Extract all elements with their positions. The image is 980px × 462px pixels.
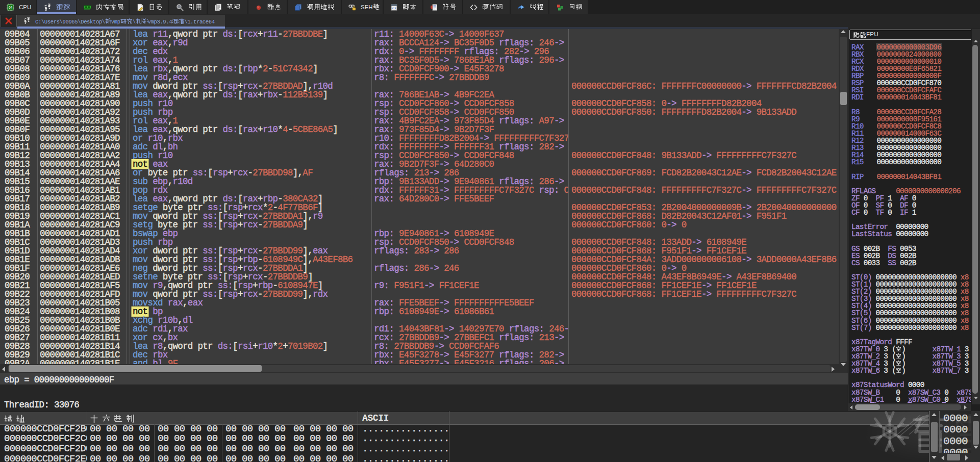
svg-text:64: 64 (9, 6, 13, 9)
